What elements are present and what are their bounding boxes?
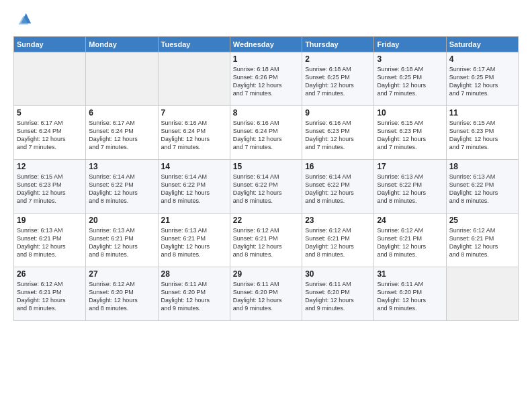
day-cell: 14Sunrise: 6:14 AMSunset: 6:22 PMDayligh…	[158, 160, 230, 214]
day-info: Sunrise: 6:12 AMSunset: 6:20 PMDaylight:…	[89, 280, 154, 313]
day-info: Sunrise: 6:16 AMSunset: 6:24 PMDaylight:…	[161, 119, 227, 152]
week-row-2: 5Sunrise: 6:17 AMSunset: 6:24 PMDaylight…	[14, 106, 519, 160]
day-cell: 29Sunrise: 6:11 AMSunset: 6:20 PMDayligh…	[230, 267, 302, 321]
day-cell: 26Sunrise: 6:12 AMSunset: 6:21 PMDayligh…	[14, 267, 86, 321]
day-cell: 2Sunrise: 6:18 AMSunset: 6:25 PMDaylight…	[302, 52, 374, 106]
col-header-sunday: Sunday	[14, 37, 86, 52]
col-header-thursday: Thursday	[302, 37, 374, 52]
day-info: Sunrise: 6:14 AMSunset: 6:22 PMDaylight:…	[89, 173, 154, 205]
day-cell: 16Sunrise: 6:14 AMSunset: 6:22 PMDayligh…	[302, 160, 374, 214]
day-cell: 18Sunrise: 6:13 AMSunset: 6:22 PMDayligh…	[446, 160, 518, 214]
day-info: Sunrise: 6:18 AMSunset: 6:25 PMDaylight:…	[305, 65, 371, 98]
day-number: 25	[449, 216, 515, 225]
col-header-monday: Monday	[86, 37, 158, 52]
day-info: Sunrise: 6:12 AMSunset: 6:21 PMDaylight:…	[305, 226, 371, 259]
day-number: 17	[377, 162, 443, 171]
day-number: 19	[17, 216, 83, 225]
day-cell: 12Sunrise: 6:15 AMSunset: 6:23 PMDayligh…	[14, 160, 86, 214]
day-cell: 31Sunrise: 6:11 AMSunset: 6:20 PMDayligh…	[374, 267, 446, 321]
day-info: Sunrise: 6:11 AMSunset: 6:20 PMDaylight:…	[161, 280, 227, 313]
week-row-5: 26Sunrise: 6:12 AMSunset: 6:21 PMDayligh…	[14, 267, 519, 321]
day-number: 1	[233, 54, 299, 64]
day-number: 2	[305, 54, 371, 64]
day-number: 12	[17, 162, 83, 171]
day-cell	[446, 267, 518, 321]
day-number: 6	[89, 108, 154, 118]
day-info: Sunrise: 6:15 AMSunset: 6:23 PMDaylight:…	[449, 119, 515, 152]
day-number: 15	[233, 162, 299, 171]
day-info: Sunrise: 6:14 AMSunset: 6:22 PMDaylight:…	[161, 173, 227, 205]
day-info: Sunrise: 6:16 AMSunset: 6:23 PMDaylight:…	[305, 119, 371, 152]
day-cell	[158, 52, 230, 106]
day-number: 5	[17, 108, 83, 118]
day-cell: 17Sunrise: 6:13 AMSunset: 6:22 PMDayligh…	[374, 160, 446, 214]
header	[13, 11, 519, 30]
week-row-4: 19Sunrise: 6:13 AMSunset: 6:21 PMDayligh…	[14, 214, 519, 267]
day-cell: 28Sunrise: 6:11 AMSunset: 6:20 PMDayligh…	[158, 267, 230, 321]
day-number: 24	[377, 216, 443, 225]
day-number: 26	[17, 269, 83, 279]
day-cell: 11Sunrise: 6:15 AMSunset: 6:23 PMDayligh…	[446, 106, 518, 160]
day-info: Sunrise: 6:13 AMSunset: 6:21 PMDaylight:…	[161, 226, 227, 259]
day-info: Sunrise: 6:18 AMSunset: 6:26 PMDaylight:…	[233, 65, 299, 98]
week-row-3: 12Sunrise: 6:15 AMSunset: 6:23 PMDayligh…	[14, 160, 519, 214]
day-info: Sunrise: 6:11 AMSunset: 6:20 PMDaylight:…	[305, 280, 371, 313]
day-cell: 27Sunrise: 6:12 AMSunset: 6:20 PMDayligh…	[86, 267, 158, 321]
day-number: 9	[305, 108, 371, 118]
day-cell: 9Sunrise: 6:16 AMSunset: 6:23 PMDaylight…	[302, 106, 374, 160]
day-info: Sunrise: 6:16 AMSunset: 6:24 PMDaylight:…	[233, 119, 299, 152]
day-info: Sunrise: 6:15 AMSunset: 6:23 PMDaylight:…	[17, 173, 83, 205]
day-cell: 1Sunrise: 6:18 AMSunset: 6:26 PMDaylight…	[230, 52, 302, 106]
day-number: 10	[377, 108, 443, 118]
day-number: 22	[233, 216, 299, 225]
day-info: Sunrise: 6:14 AMSunset: 6:22 PMDaylight:…	[305, 173, 371, 205]
day-cell: 15Sunrise: 6:14 AMSunset: 6:22 PMDayligh…	[230, 160, 302, 214]
day-cell: 23Sunrise: 6:12 AMSunset: 6:21 PMDayligh…	[302, 214, 374, 267]
day-info: Sunrise: 6:13 AMSunset: 6:21 PMDaylight:…	[89, 226, 154, 259]
day-number: 3	[377, 54, 443, 64]
day-number: 14	[161, 162, 227, 171]
day-info: Sunrise: 6:12 AMSunset: 6:21 PMDaylight:…	[233, 226, 299, 259]
day-number: 30	[305, 269, 371, 279]
day-cell: 7Sunrise: 6:16 AMSunset: 6:24 PMDaylight…	[158, 106, 230, 160]
day-cell: 5Sunrise: 6:17 AMSunset: 6:24 PMDaylight…	[14, 106, 86, 160]
day-cell	[14, 52, 86, 106]
day-cell: 19Sunrise: 6:13 AMSunset: 6:21 PMDayligh…	[14, 214, 86, 267]
day-cell: 20Sunrise: 6:13 AMSunset: 6:21 PMDayligh…	[86, 214, 158, 267]
day-info: Sunrise: 6:18 AMSunset: 6:25 PMDaylight:…	[377, 65, 443, 98]
day-number: 27	[89, 269, 154, 279]
day-cell: 10Sunrise: 6:15 AMSunset: 6:23 PMDayligh…	[374, 106, 446, 160]
day-cell: 21Sunrise: 6:13 AMSunset: 6:21 PMDayligh…	[158, 214, 230, 267]
day-cell: 24Sunrise: 6:12 AMSunset: 6:21 PMDayligh…	[374, 214, 446, 267]
col-header-wednesday: Wednesday	[230, 37, 302, 52]
day-info: Sunrise: 6:12 AMSunset: 6:21 PMDaylight:…	[377, 226, 443, 259]
day-number: 8	[233, 108, 299, 118]
header-row: SundayMondayTuesdayWednesdayThursdayFrid…	[14, 37, 519, 52]
col-header-friday: Friday	[374, 37, 446, 52]
col-header-tuesday: Tuesday	[158, 37, 230, 52]
day-number: 20	[89, 216, 154, 225]
day-number: 21	[161, 216, 227, 225]
day-number: 4	[449, 54, 515, 64]
day-cell: 13Sunrise: 6:14 AMSunset: 6:22 PMDayligh…	[86, 160, 158, 214]
day-info: Sunrise: 6:13 AMSunset: 6:22 PMDaylight:…	[377, 173, 443, 205]
logo	[13, 11, 35, 30]
day-number: 31	[377, 269, 443, 279]
day-number: 23	[305, 216, 371, 225]
calendar: SundayMondayTuesdayWednesdayThursdayFrid…	[13, 36, 519, 321]
day-number: 13	[89, 162, 154, 171]
day-info: Sunrise: 6:17 AMSunset: 6:24 PMDaylight:…	[17, 119, 83, 152]
day-info: Sunrise: 6:17 AMSunset: 6:24 PMDaylight:…	[89, 119, 154, 152]
day-info: Sunrise: 6:13 AMSunset: 6:22 PMDaylight:…	[449, 173, 515, 205]
day-cell: 30Sunrise: 6:11 AMSunset: 6:20 PMDayligh…	[302, 267, 374, 321]
logo-icon	[13, 11, 32, 30]
day-info: Sunrise: 6:17 AMSunset: 6:25 PMDaylight:…	[449, 65, 515, 98]
day-cell: 22Sunrise: 6:12 AMSunset: 6:21 PMDayligh…	[230, 214, 302, 267]
day-cell: 3Sunrise: 6:18 AMSunset: 6:25 PMDaylight…	[374, 52, 446, 106]
day-number: 18	[449, 162, 515, 171]
day-cell: 6Sunrise: 6:17 AMSunset: 6:24 PMDaylight…	[86, 106, 158, 160]
day-number: 11	[449, 108, 515, 118]
day-cell: 25Sunrise: 6:12 AMSunset: 6:21 PMDayligh…	[446, 214, 518, 267]
day-info: Sunrise: 6:11 AMSunset: 6:20 PMDaylight:…	[233, 280, 299, 313]
col-header-saturday: Saturday	[446, 37, 518, 52]
